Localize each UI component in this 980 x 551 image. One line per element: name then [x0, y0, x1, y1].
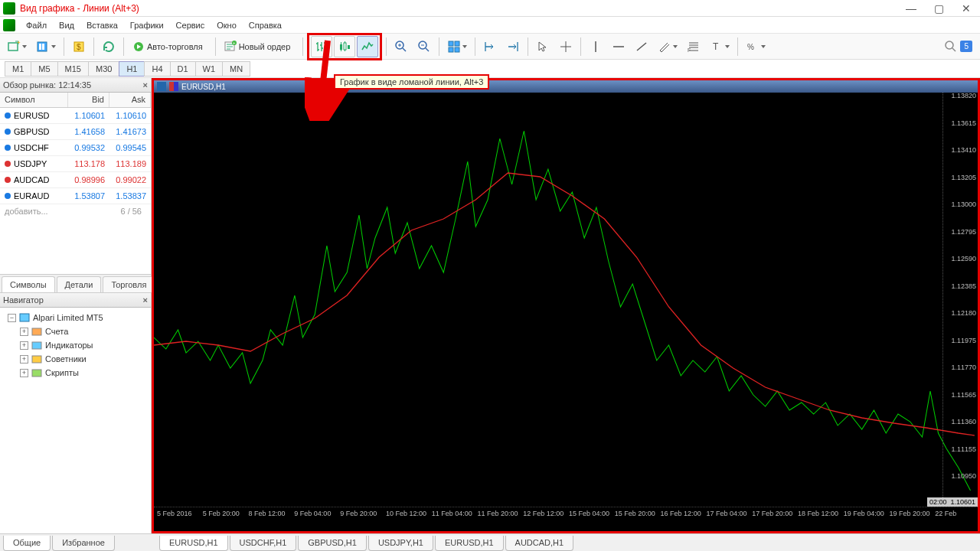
svg-text:T: T	[713, 41, 719, 52]
app-icon	[3, 19, 15, 31]
search-icon[interactable]	[944, 40, 958, 54]
chart-tab-3[interactable]: USDJPY,H1	[368, 536, 433, 551]
refresh-button[interactable]	[98, 36, 119, 57]
market-watch-button[interactable]: $	[68, 36, 90, 57]
svg-rect-19	[455, 47, 459, 52]
svg-rect-29	[157, 82, 166, 91]
timeframe-m15[interactable]: M15	[57, 61, 89, 77]
menu-help[interactable]: Справка	[243, 18, 288, 32]
symbol-row-usdchf[interactable]: USDCHF0.995320.99545	[0, 140, 151, 156]
nav-bottom-tab-0[interactable]: Общие	[3, 536, 51, 551]
symbol-row-eurusd[interactable]: EURUSD1.106011.10610	[0, 108, 151, 124]
fibonacci-button[interactable]: F	[683, 36, 704, 57]
symbol-row-audcad[interactable]: AUDCAD0.989960.99022	[0, 172, 151, 188]
menu-file[interactable]: Файл	[20, 18, 53, 32]
market-watch-panel: Обзор рынка: 12:14:35 × Символ Bid Ask E…	[0, 78, 151, 292]
symbol-count: 6 / 56	[120, 207, 146, 218]
price-tag: 1.10601	[950, 498, 975, 506]
chart-canvas[interactable]: 1.138201.136151.134101.132051.130001.127…	[154, 93, 978, 507]
svg-rect-27	[32, 356, 41, 363]
timeframe-h1[interactable]: H1	[119, 61, 145, 77]
horizontal-line-button[interactable]	[608, 36, 629, 57]
symbol-row-usdjpy[interactable]: USDJPY113.178113.189	[0, 156, 151, 172]
add-symbol-label[interactable]: добавить...	[5, 207, 48, 218]
nav-item-2[interactable]: +Советники	[3, 352, 148, 366]
text-label-button[interactable]: T	[706, 36, 733, 57]
svg-rect-3	[39, 44, 41, 50]
menu-bar: Файл Вид Вставка Графики Сервис Окно Спр…	[0, 17, 980, 34]
trend-line-button[interactable]	[631, 36, 652, 57]
chart-tab-1[interactable]: USDCHF,H1	[230, 536, 297, 551]
toolbar: + $ Авто-торговля +Новый ордер F T % 5	[0, 34, 980, 60]
bottom-tab-bar: ОбщиеИзбранное EURUSD,H1USDCHF,H1GBPUSD,…	[0, 533, 980, 551]
maximize-button[interactable]: ▢	[925, 0, 952, 17]
menu-insert[interactable]: Вставка	[80, 18, 124, 32]
crosshair-button[interactable]	[555, 36, 577, 57]
symbol-row-gbpusd[interactable]: GBPUSD1.416581.41673	[0, 124, 151, 140]
zoom-out-button[interactable]	[413, 36, 435, 57]
auto-scroll-button[interactable]	[502, 36, 524, 57]
menu-window[interactable]: Окно	[211, 18, 243, 32]
col-ask[interactable]: Ask	[109, 93, 151, 107]
chart-tab-2[interactable]: GBPUSD,H1	[298, 536, 367, 551]
menu-view[interactable]: Вид	[53, 18, 80, 32]
timeframe-m1[interactable]: M1	[5, 61, 31, 77]
timeframe-mn[interactable]: MN	[222, 61, 250, 77]
tile-windows-button[interactable]	[443, 36, 471, 57]
svg-rect-31	[174, 82, 178, 91]
menu-tools[interactable]: Сервис	[170, 18, 211, 32]
equidistant-button[interactable]	[654, 36, 681, 57]
close-panel-icon[interactable]: ×	[143, 295, 148, 305]
timeframe-m30[interactable]: M30	[88, 61, 119, 77]
objects-button[interactable]: %	[742, 36, 769, 57]
profiles-button[interactable]	[32, 36, 60, 57]
zoom-in-button[interactable]	[390, 36, 412, 57]
close-button[interactable]: ✕	[952, 0, 980, 17]
svg-rect-26	[32, 342, 41, 349]
svg-rect-16	[449, 41, 453, 46]
chart-title-bar[interactable]: EURUSD,H1	[154, 80, 978, 93]
x-axis: 5 Feb 20165 Feb 20:008 Feb 12:009 Feb 04…	[154, 507, 978, 519]
nav-bottom-tab-1[interactable]: Избранное	[52, 536, 115, 551]
minimize-button[interactable]: —	[897, 0, 925, 17]
timeframe-h4[interactable]: H4	[144, 61, 170, 77]
chart-tab-5[interactable]: AUDCAD,H1	[505, 536, 574, 551]
mw-tab-0[interactable]: Символы	[2, 276, 55, 292]
svg-rect-28	[32, 370, 41, 377]
navigator-panel: Навигатор × − Alpari Limited MT5 +Счета+…	[0, 292, 151, 533]
timeframe-d1[interactable]: D1	[170, 61, 196, 77]
svg-text:%: %	[747, 43, 754, 51]
vertical-line-button[interactable]	[585, 36, 606, 57]
navigator-title: Навигатор	[3, 295, 44, 305]
title-bar: Вид графика - Линии (Alt+3) — ▢ ✕	[0, 0, 980, 17]
shift-end-button[interactable]	[479, 36, 501, 57]
menu-charts[interactable]: Графики	[124, 18, 170, 32]
chart-tab-4[interactable]: EURUSD,H1	[435, 536, 504, 551]
svg-text:+: +	[233, 41, 236, 45]
timeframe-w1[interactable]: W1	[195, 61, 224, 77]
timeframe-m5[interactable]: M5	[31, 61, 57, 77]
new-chart-button[interactable]: +	[3, 36, 31, 57]
nav-root[interactable]: − Alpari Limited MT5	[3, 311, 148, 324]
nav-item-1[interactable]: +Индикаторы	[3, 338, 148, 352]
notification-badge[interactable]: 5	[960, 41, 972, 52]
cursor-button[interactable]	[532, 36, 554, 57]
svg-text:F: F	[688, 47, 691, 53]
nav-item-0[interactable]: +Счета	[3, 324, 148, 338]
mw-tab-1[interactable]: Детали	[57, 276, 102, 292]
close-panel-icon[interactable]: ×	[143, 80, 148, 90]
auto-trading-button[interactable]: Авто-торговля	[128, 36, 211, 57]
line-chart-button[interactable]	[357, 36, 378, 57]
timeframe-bar: M1M5M15M30H1H4D1W1MN	[0, 60, 980, 78]
col-symbol[interactable]: Символ	[0, 93, 68, 107]
symbol-row-euraud[interactable]: EURAUD1.538071.53837	[0, 188, 151, 204]
col-bid[interactable]: Bid	[68, 93, 109, 107]
svg-text:$: $	[77, 43, 81, 51]
nav-item-3[interactable]: +Скрипты	[3, 366, 148, 380]
chart-tab-0[interactable]: EURUSD,H1	[159, 536, 228, 551]
svg-text:+: +	[17, 40, 21, 46]
tooltip: График в виде ломаной линии, Alt+3	[334, 74, 489, 90]
svg-rect-24	[20, 314, 29, 321]
new-order-button[interactable]: +Новый ордер	[220, 36, 299, 57]
mw-tab-2[interactable]: Торговля	[103, 276, 155, 292]
